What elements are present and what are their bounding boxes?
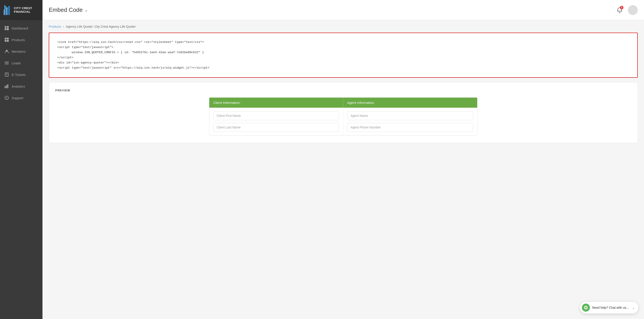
user-avatar[interactable]: [628, 5, 638, 15]
sidebar-item-members-label: Members: [12, 50, 26, 53]
agent-info-header: Agent Information:: [343, 98, 477, 108]
page-content: Products › Agency Life Quoter: City Cres…: [42, 20, 644, 319]
embed-code-content[interactable]: <link href="https://alq.ixn.tech/css/res…: [57, 40, 629, 71]
svg-rect-17: [5, 73, 8, 76]
sidebar-item-products-label: Products: [12, 38, 25, 42]
breadcrumb-products-link[interactable]: Products: [49, 25, 61, 28]
svg-rect-0: [4, 9, 5, 15]
svg-rect-11: [5, 40, 6, 42]
sidebar-item-dashboard-label: Dashboard: [12, 26, 28, 30]
analytics-icon: [4, 84, 9, 88]
svg-rect-21: [6, 85, 7, 88]
chat-widget[interactable]: M Need help? Chat with us... ⌄: [580, 302, 639, 314]
sidebar-item-analytics[interactable]: Analytics: [0, 80, 42, 92]
client-first-name-field[interactable]: Client First Name: [213, 111, 339, 120]
page-title: Embed Code: [49, 6, 83, 13]
brand-name: CITY CREST FINANCIAL: [14, 6, 32, 13]
members-icon: [4, 49, 9, 54]
sidebar: CITY CREST FINANCIAL Dashboard: [0, 0, 42, 319]
sidebar-item-leads[interactable]: Leads: [0, 57, 42, 69]
header-title-area: Embed Code ⌄: [49, 6, 88, 13]
brand-logo-icon: [4, 5, 12, 15]
svg-rect-2: [8, 6, 10, 15]
agent-fields-column: Agent Name Agent Phone Number: [343, 108, 477, 135]
sidebar-logo: CITY CREST FINANCIAL: [0, 0, 42, 20]
agent-name-field[interactable]: Agent Name: [347, 111, 473, 120]
svg-marker-4: [4, 5, 8, 9]
title-chevron-icon[interactable]: ⌄: [84, 7, 88, 12]
widget-fields-row: Client First Name Client Last Name Agent…: [209, 108, 477, 135]
notification-badge: 1: [620, 6, 624, 9]
svg-rect-5: [5, 26, 6, 28]
svg-text:M: M: [585, 306, 587, 309]
svg-rect-10: [7, 38, 9, 39]
sidebar-item-support[interactable]: Support: [0, 92, 42, 104]
preview-label: PREVIEW: [55, 89, 631, 92]
breadcrumb: Products › Agency Life Quoter: City Cres…: [49, 24, 638, 28]
embed-code-block: <link href="https://alq.ixn.tech/css/res…: [49, 33, 638, 78]
sidebar-item-support-label: Support: [12, 96, 24, 100]
sidebar-item-products[interactable]: Products: [0, 34, 42, 45]
page-header: Embed Code ⌄ 1: [42, 0, 644, 20]
client-last-name-field[interactable]: Client Last Name: [213, 123, 339, 132]
breadcrumb-current-page: Agency Life Quoter: City Crest Agency Li…: [66, 25, 136, 28]
sidebar-item-members[interactable]: Members: [0, 45, 42, 57]
svg-point-24: [6, 97, 7, 98]
sidebar-item-etickets-label: E-Tickets: [12, 73, 26, 77]
widget-preview: Client Information: Agent Information: C…: [209, 97, 478, 136]
sidebar-item-dashboard[interactable]: Dashboard: [0, 22, 42, 34]
client-info-header: Client Information:: [209, 98, 343, 108]
widget-header-row: Client Information: Agent Information:: [209, 98, 477, 108]
leads-icon: [4, 61, 9, 65]
sidebar-navigation: Dashboard Products Members: [0, 20, 42, 104]
svg-rect-12: [7, 40, 9, 42]
breadcrumb-separator: ›: [63, 24, 64, 28]
dashboard-icon: [4, 26, 9, 30]
sidebar-item-analytics-label: Analytics: [12, 84, 25, 88]
chat-chevron-icon: ⌄: [632, 306, 635, 310]
main-content: Embed Code ⌄ 1 Products › Agency Life Qu…: [42, 0, 644, 319]
preview-section: PREVIEW Client Information: Agent Inform…: [49, 82, 638, 143]
chat-bubble-icon: M: [584, 305, 588, 310]
chat-label: Need help? Chat with us...: [592, 306, 629, 310]
etickets-icon: [4, 72, 9, 77]
support-icon: [4, 96, 9, 100]
notification-button[interactable]: 1: [615, 5, 624, 15]
agent-phone-field[interactable]: Agent Phone Number: [347, 123, 473, 132]
svg-rect-8: [7, 28, 9, 30]
sidebar-item-leads-label: Leads: [12, 61, 21, 65]
chat-icon: M: [582, 304, 590, 312]
header-actions: 1: [615, 5, 638, 15]
sidebar-item-etickets[interactable]: E-Tickets: [0, 69, 42, 80]
svg-rect-9: [5, 38, 6, 39]
svg-rect-7: [5, 28, 6, 30]
svg-rect-22: [8, 84, 8, 88]
svg-rect-6: [7, 26, 9, 28]
svg-rect-20: [5, 86, 6, 88]
products-icon: [4, 37, 9, 42]
client-fields-column: Client First Name Client Last Name: [209, 108, 343, 135]
